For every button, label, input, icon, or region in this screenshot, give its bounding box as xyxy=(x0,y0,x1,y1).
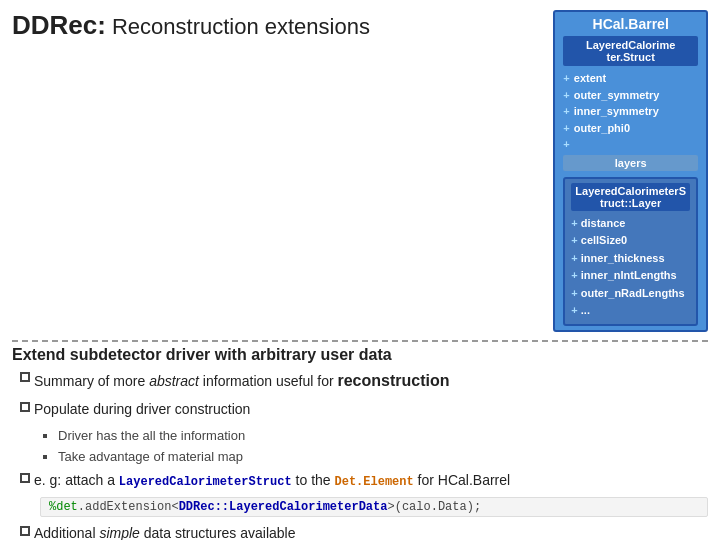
reconstruction-text: reconstruction xyxy=(337,372,449,389)
bullet-icon-3 xyxy=(20,473,30,483)
bullet-populate: Populate during driver construction xyxy=(20,399,708,420)
layers-box: layers xyxy=(563,155,698,171)
bullet-additional: Additional simple data structures availa… xyxy=(20,523,708,540)
code-block: %det.addExtension<DDRec::LayeredCalorime… xyxy=(40,497,708,517)
sub-bullet-1: Driver has the all the information xyxy=(58,426,708,447)
bullet-example: e. g: attach a LayeredCalorimeterStruct … xyxy=(20,470,708,491)
sub-bullet-2: Take advantage of material map xyxy=(58,447,708,468)
bullet-icon xyxy=(20,372,30,382)
layer-fields: + distance + cellSize0 + inner_thickness… xyxy=(571,215,690,321)
page: DDRec: Reconstruction extensions HCal.Ba… xyxy=(0,0,720,540)
hcal-fields: + extent + outer_symmetry + inner_symmet… xyxy=(563,70,698,153)
bullet-additional-text: Additional simple data structures availa… xyxy=(34,523,708,540)
title-block: DDRec: Reconstruction extensions xyxy=(12,10,370,41)
section-title: Extend subdetector driver with arbitrary… xyxy=(12,346,708,364)
hcal-struct-title: LayeredCalorimeter.Struct xyxy=(569,39,692,63)
bullet-summary: Summary of more abstract information use… xyxy=(20,369,708,393)
sub-bullets: Driver has the all the information Take … xyxy=(40,426,708,468)
bullet-populate-text: Populate during driver construction xyxy=(34,399,708,420)
title-prefix: DDRec: xyxy=(12,10,106,41)
bullet-icon-2 xyxy=(20,402,30,412)
header-divider xyxy=(12,340,708,342)
layer-struct-title: LayeredCalorimeterStruct::Layer xyxy=(571,183,690,211)
code-det: Det.Element xyxy=(334,475,413,489)
bullet-example-text: e. g: attach a LayeredCalorimeterStruct … xyxy=(34,470,708,491)
hcal-barrel-popup: HCal.Barrel LayeredCalorimeter.Struct + … xyxy=(553,10,708,332)
main-content: Extend subdetector driver with arbitrary… xyxy=(12,346,708,540)
layer-struct-box: LayeredCalorimeterStruct::Layer + distan… xyxy=(563,177,698,327)
title-text: Reconstruction extensions xyxy=(112,14,370,40)
hcal-struct-box: LayeredCalorimeter.Struct xyxy=(563,36,698,66)
hcal-title: HCal.Barrel xyxy=(563,16,698,32)
bullet-icon-4 xyxy=(20,526,30,536)
header: DDRec: Reconstruction extensions HCal.Ba… xyxy=(12,10,708,332)
code-layered: LayeredCalorimeterStruct xyxy=(119,475,292,489)
bullet-summary-text: Summary of more abstract information use… xyxy=(34,369,708,393)
